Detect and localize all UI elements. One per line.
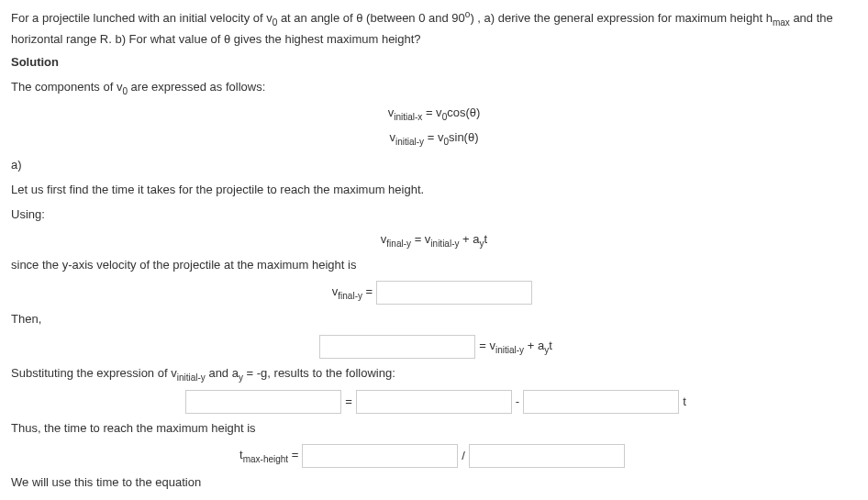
input-tmax-num[interactable] (302, 444, 458, 468)
then-label: Then, (11, 310, 857, 329)
using-label: Using: (11, 206, 857, 225)
vfinaly-blank-line: vfinal-y = (11, 281, 857, 305)
vfinaly-label: vfinal-y = (332, 283, 373, 304)
input-subst-mid[interactable] (356, 390, 512, 414)
tmax-label: tmax-height = (239, 446, 298, 467)
then-rhs: = vinitial-y + ayt (479, 337, 552, 358)
then-eq-line: = vinitial-y + ayt (11, 335, 857, 359)
tmax-line: tmax-height = / (11, 444, 857, 468)
substituting-expr: Substituting the expression of vinitial-… (11, 364, 857, 385)
solution-heading: Solution (11, 53, 857, 72)
input-subst-lhs[interactable] (185, 390, 341, 414)
components-intro: The components of v0 are expressed as fo… (11, 78, 857, 99)
t-var: t (683, 393, 686, 412)
since-y-axis: since the y-axis velocity of the project… (11, 256, 857, 275)
eq-vfinaly-kinematic: vfinal-y = vinitial-y + ayt (11, 230, 857, 251)
thus-time: Thus, the time to reach the maximum heig… (11, 419, 857, 439)
we-will-use: We will use this time to the equation (11, 473, 857, 493)
equals-sign: = (345, 393, 352, 412)
input-vfinaly[interactable] (376, 281, 532, 305)
slash-sign: / (462, 447, 465, 466)
let-us-first: Let us first find the time it takes for … (11, 181, 857, 200)
part-a-label: a) (11, 156, 857, 175)
problem-statement: For a projectile lunched with an initial… (11, 7, 857, 50)
subst-eq-line: = - t (11, 390, 857, 414)
eq-vinitial-x: vinitial-x = v0cos(θ) (11, 104, 857, 125)
input-tmax-den[interactable] (469, 444, 625, 468)
minus-sign: - (516, 393, 519, 412)
input-subst-rhs[interactable] (523, 390, 679, 414)
input-then-lhs[interactable] (319, 335, 475, 359)
eq-vinitial-y: vinitial-y = v0sin(θ) (11, 128, 857, 150)
